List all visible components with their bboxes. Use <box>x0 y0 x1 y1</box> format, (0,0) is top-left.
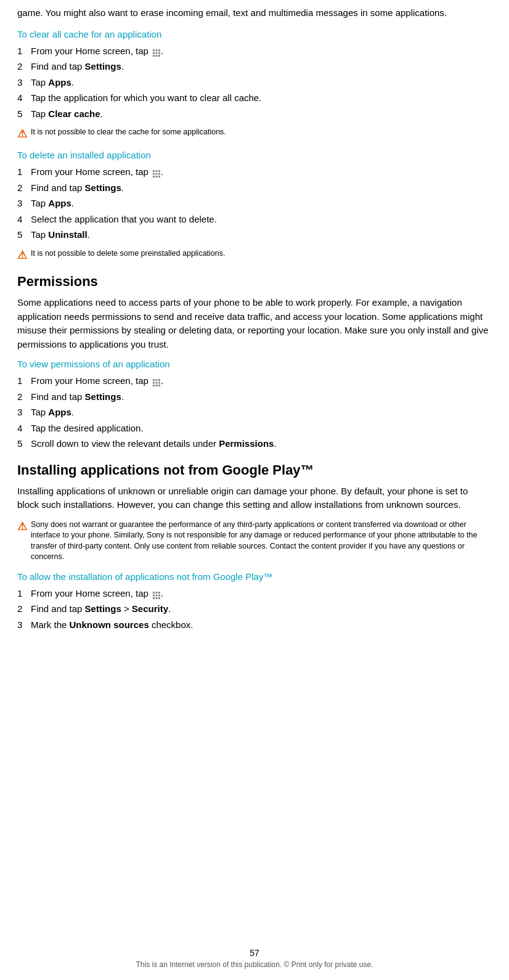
step-text: Scroll down to view the relevant details… <box>31 437 492 451</box>
step-text: From your Home screen, tap . <box>31 374 492 388</box>
svg-rect-14 <box>158 173 160 175</box>
permissions-steps: 1 From your Home screen, tap . 2 Find an… <box>17 374 492 451</box>
list-item: 2 Find and tap Settings. <box>17 390 492 404</box>
svg-rect-24 <box>153 385 155 386</box>
step-text: Find and tap Settings. <box>31 60 492 74</box>
step-number: 3 <box>17 197 31 211</box>
page-number: 57 <box>0 948 509 958</box>
list-item: 3 Tap Apps. <box>17 76 492 90</box>
step-text: Tap the application for which you want t… <box>31 91 492 105</box>
svg-rect-32 <box>158 594 160 596</box>
page: game. You might also want to erase incom… <box>0 0 509 980</box>
delete-app-note: ⚠ It is not possible to delete some prei… <box>17 248 492 263</box>
grid-icon <box>152 47 161 56</box>
clear-cache-note: ⚠ It is not possible to clear the cache … <box>17 127 492 141</box>
svg-rect-8 <box>158 55 160 57</box>
step-number: 5 <box>17 437 31 451</box>
svg-rect-17 <box>158 176 160 178</box>
svg-rect-9 <box>153 170 155 172</box>
grid-icon <box>152 377 161 386</box>
list-item: 1 From your Home screen, tap . <box>17 165 492 179</box>
step-text: From your Home screen, tap . <box>31 44 492 59</box>
svg-rect-33 <box>153 597 155 599</box>
step-number: 5 <box>17 107 31 121</box>
step-text: Tap Clear cache. <box>31 107 492 121</box>
permissions-body: Some applications need to access parts o… <box>17 296 492 351</box>
step-number: 2 <box>17 60 31 74</box>
step-text: Find and tap Settings. <box>31 181 492 195</box>
svg-rect-34 <box>156 597 158 599</box>
step-number: 1 <box>17 374 31 388</box>
svg-rect-23 <box>158 382 160 384</box>
install-unknown-heading: Installing applications not from Google … <box>17 462 492 478</box>
list-item: 5 Scroll down to view the relevant detai… <box>17 437 492 451</box>
list-item: 2 Find and tap Settings. <box>17 181 492 195</box>
step-number: 2 <box>17 181 31 195</box>
step-text: From your Home screen, tap . <box>31 587 492 601</box>
list-item: 3 Tap Apps. <box>17 197 492 211</box>
svg-rect-35 <box>158 597 160 599</box>
allow-install-steps: 1 From your Home screen, tap . 2 Find an… <box>17 587 492 632</box>
install-unknown-note: ⚠ Sony does not warrant or guarantee the… <box>17 520 492 563</box>
svg-rect-15 <box>153 176 155 178</box>
svg-rect-21 <box>153 382 155 384</box>
svg-rect-25 <box>156 385 158 386</box>
step-number: 4 <box>17 91 31 105</box>
install-unknown-body: Installing applications of unknown or un… <box>17 484 492 512</box>
step-text: Mark the Unknown sources checkbox. <box>31 618 492 632</box>
allow-install-heading: To allow the installation of application… <box>17 571 492 582</box>
svg-rect-26 <box>158 385 160 386</box>
svg-rect-29 <box>158 592 160 594</box>
warning-icon: ⚠ <box>17 248 31 263</box>
list-item: 1 From your Home screen, tap . <box>17 587 492 601</box>
intro-paragraph: game. You might also want to erase incom… <box>17 6 492 20</box>
step-text: From your Home screen, tap . <box>31 165 492 179</box>
step-number: 5 <box>17 228 31 242</box>
svg-rect-22 <box>156 382 158 384</box>
delete-app-heading: To delete an installed application <box>17 150 492 160</box>
step-number: 1 <box>17 587 31 601</box>
list-item: 3 Mark the Unknown sources checkbox. <box>17 618 492 632</box>
svg-rect-31 <box>156 594 158 596</box>
step-number: 1 <box>17 44 31 59</box>
step-number: 3 <box>17 76 31 90</box>
svg-rect-5 <box>158 52 160 54</box>
svg-rect-7 <box>156 55 158 57</box>
list-item: 2 Find and tap Settings > Security. <box>17 602 492 616</box>
step-text: Tap Apps. <box>31 197 492 211</box>
step-number: 4 <box>17 213 31 227</box>
svg-rect-2 <box>158 49 160 51</box>
step-number: 3 <box>17 618 31 632</box>
list-item: 3 Tap Apps. <box>17 406 492 420</box>
step-text: Select the application that you want to … <box>31 213 492 227</box>
note-text: Sony does not warrant or guarantee the p… <box>31 520 492 563</box>
note-text: It is not possible to clear the cache fo… <box>31 127 226 138</box>
svg-rect-1 <box>156 49 158 51</box>
grid-icon <box>152 168 161 177</box>
step-text: Tap Apps. <box>31 406 492 420</box>
list-item: 4 Tap the application for which you want… <box>17 91 492 105</box>
svg-rect-20 <box>158 379 160 381</box>
step-number: 4 <box>17 422 31 436</box>
list-item: 5 Tap Clear cache. <box>17 107 492 121</box>
delete-app-steps: 1 From your Home screen, tap . 2 Find an… <box>17 165 492 242</box>
step-text: Find and tap Settings. <box>31 390 492 404</box>
warning-icon: ⚠ <box>17 127 31 141</box>
svg-rect-0 <box>153 49 155 51</box>
step-number: 3 <box>17 406 31 420</box>
svg-rect-19 <box>156 379 158 381</box>
grid-icon <box>152 590 161 598</box>
step-number: 1 <box>17 165 31 179</box>
svg-rect-11 <box>158 170 160 172</box>
step-text: Tap the desired application. <box>31 422 492 436</box>
svg-rect-28 <box>156 592 158 594</box>
footer-note: This is an Internet version of this publ… <box>0 960 509 969</box>
svg-rect-4 <box>156 52 158 54</box>
clear-cache-heading: To clear all cache for an application <box>17 29 492 39</box>
svg-rect-12 <box>153 173 155 175</box>
note-text: It is not possible to delete some preins… <box>31 248 225 259</box>
view-permissions-heading: To view permissions of an application <box>17 359 492 369</box>
svg-rect-13 <box>156 173 158 175</box>
step-text: Find and tap Settings > Security. <box>31 602 492 616</box>
step-text: Tap Uninstall. <box>31 228 492 242</box>
